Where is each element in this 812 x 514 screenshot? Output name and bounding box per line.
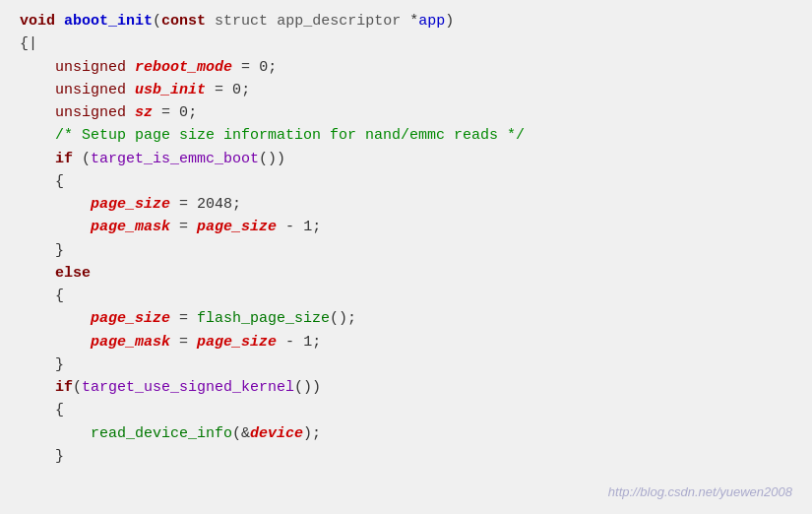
code-line-13: else xyxy=(20,262,792,285)
code-line-12: } xyxy=(20,239,792,262)
code-line-9: { xyxy=(20,170,792,193)
code-line-11: page_mask = page_size - 1; xyxy=(20,216,792,238)
code-line-16: page_mask = page_size - 1; xyxy=(20,331,792,353)
code-line-7: /* Setup page size information for nand/… xyxy=(20,124,792,147)
code-viewer: void aboot_init(const struct app_descrip… xyxy=(0,0,812,514)
code-line-3: unsigned reboot_mode = 0; xyxy=(20,56,792,79)
code-line-23: } xyxy=(20,445,792,468)
code-line-14: { xyxy=(20,285,792,307)
code-line-17: } xyxy=(20,353,792,376)
code-line-1: void aboot_init(const struct app_descrip… xyxy=(20,10,792,32)
code-line-8: if (target_is_emmc_boot()) xyxy=(20,148,792,170)
watermark: http://blog.csdn.net/yuewen2008 xyxy=(608,482,792,502)
code-line-21: read_device_info(&device); xyxy=(20,422,792,445)
code-line-19: if(target_use_signed_kernel()) xyxy=(20,376,792,399)
code-line-10: page_size = 2048; xyxy=(20,193,792,216)
code-line-15: page_size = flash_page_size(); xyxy=(20,307,792,330)
code-line-20: { xyxy=(20,399,792,421)
code-line-4: unsigned usb_init = 0; xyxy=(20,79,792,101)
code-line-5: unsigned sz = 0; xyxy=(20,101,792,124)
code-line-2: {| xyxy=(20,32,792,55)
